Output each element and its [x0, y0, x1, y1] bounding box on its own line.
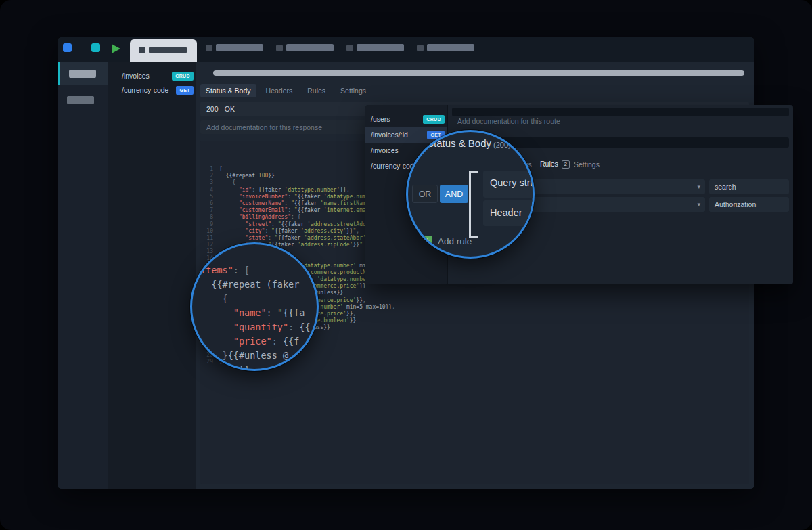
overlay-tab-settings[interactable]: Settings [574, 160, 600, 169]
tab-settings[interactable]: Settings [335, 84, 371, 97]
activity-item[interactable] [58, 93, 108, 107]
routes-list: /invoicesCRUD/currency-codeGET [108, 62, 196, 489]
method-badge: CRUD [423, 115, 445, 124]
status-code-label: (200) [493, 141, 511, 149]
environment-tabs [206, 43, 474, 53]
environment-tab-active[interactable] [130, 39, 197, 62]
screenshot-canvas: /invoicesCRUD/currency-codeGET Status & … [0, 0, 812, 530]
environment-tab[interactable] [346, 43, 404, 53]
window-control-blue[interactable] [63, 43, 72, 52]
environment-name-placeholder [286, 44, 334, 51]
environment-name-placeholder [357, 44, 404, 51]
response-tabs: Status & BodyHeadersRulesSettings [200, 83, 371, 99]
route-path-placeholder [213, 70, 744, 76]
window-control-teal[interactable] [91, 43, 100, 52]
environment-tab[interactable] [417, 43, 474, 53]
route-item[interactable]: /invoicesCRUD [108, 69, 196, 83]
rule-value-input[interactable]: Authorization [709, 197, 789, 212]
chevron-down-icon: ▾ [697, 179, 700, 194]
method-badge: GET [176, 86, 194, 95]
environment-icon [206, 45, 212, 51]
environment-name-placeholder [149, 47, 187, 53]
activity-item-active[interactable] [58, 62, 108, 85]
environment-icon [417, 45, 424, 51]
activity-bar [58, 62, 108, 489]
rule-target-query-string[interactable]: Query string [483, 171, 535, 198]
magnified-code: items": [ {{#repeat (faker { "name": "{{… [200, 263, 311, 371]
environment-tab[interactable] [206, 43, 263, 53]
rules-count-badge: 2 [562, 160, 570, 169]
activity-label-placeholder [67, 96, 94, 104]
add-rule-button[interactable]: Add rule [438, 236, 472, 246]
environment-name-placeholder [216, 44, 263, 51]
rule-target-label: Header [483, 200, 535, 218]
tab-status-body[interactable]: Status & Body [427, 137, 491, 149]
tab-rules[interactable]: Rules [302, 84, 331, 97]
environment-icon [276, 45, 283, 51]
environment-name-placeholder [427, 44, 474, 51]
activity-label-placeholder [69, 70, 96, 78]
route-item[interactable]: /usersCRUD [365, 112, 447, 127]
method-badge: CRUD [172, 72, 194, 81]
environment-icon [346, 45, 353, 51]
overlay-tab-rules[interactable]: Rules2 [540, 160, 570, 169]
chevron-down-icon: ▾ [697, 197, 700, 212]
environment-tab[interactable] [276, 43, 334, 53]
tab-headers[interactable]: Headers [261, 84, 298, 97]
or-button[interactable]: OR [412, 185, 438, 203]
route-doc-input[interactable]: Add documentation for this route [457, 117, 560, 125]
code-magnifier: items": [ {{#repeat (faker { "name": "{{… [190, 242, 319, 371]
rule-target-label: Query string [483, 171, 535, 188]
tab-status-body[interactable]: Status & Body [200, 84, 256, 97]
start-server-icon[interactable] [112, 44, 120, 53]
route-item[interactable]: /currency-codeGET [108, 83, 196, 97]
rule-value-input[interactable]: search [709, 179, 789, 194]
route-path-bar [452, 108, 789, 116]
rules-bracket [469, 171, 478, 238]
titlebar [58, 37, 754, 62]
environment-icon [139, 47, 145, 53]
rule-target-header[interactable]: Header [483, 200, 535, 226]
rules-magnifier: Status & Body (200) OR AND Query string … [406, 130, 535, 259]
and-button[interactable]: AND [440, 185, 468, 203]
